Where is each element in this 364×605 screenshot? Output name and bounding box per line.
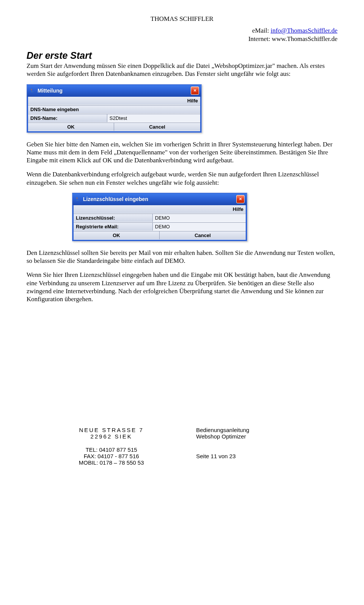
- footer-address: NEUE STRASSE 7 22962 SIEK Bedienungsanle…: [27, 427, 337, 440]
- doc-subtitle: Webshop Optimizer: [196, 433, 246, 440]
- ok-button[interactable]: OK: [74, 231, 160, 239]
- license-key-label: Lizenzschlüssel:: [74, 214, 153, 222]
- contact-block: eMail: info@ThomasSchiffler.de Internet:…: [27, 27, 337, 43]
- titlebar: Mitteilung ✕: [27, 85, 201, 97]
- ok-button[interactable]: OK: [28, 123, 114, 131]
- paragraph-license-intro: Wenn die Datenbankverbindung erfolgreich…: [27, 170, 337, 187]
- titlebar: Lizenzschlüssel eingeben ✕: [72, 193, 247, 205]
- dns-name-input[interactable]: S2Dtest: [107, 114, 200, 122]
- paragraph-license-verify: Wenn Sie hier Ihren Lizenzschlüssel eing…: [27, 271, 337, 303]
- page-number: Seite 11 von 23: [196, 453, 235, 459]
- help-menu[interactable]: Hilfe: [28, 97, 200, 105]
- doc-title: Bedienungsanleitung: [196, 427, 249, 433]
- mobil: MOBIL: 0178 – 78 550 53: [79, 459, 144, 466]
- addr-line2: 22962 SIEK: [91, 433, 132, 440]
- license-key-input[interactable]: DEMO: [153, 214, 246, 222]
- close-icon[interactable]: ✕: [191, 86, 199, 95]
- addr-line1: NEUE STRASSE 7: [79, 427, 143, 433]
- dns-name-label: DNS-Name:: [28, 114, 107, 122]
- cancel-button[interactable]: Cancel: [160, 231, 246, 239]
- close-icon[interactable]: ✕: [236, 195, 245, 203]
- internet-label: Internet: www.ThomasSchiffler.de: [248, 35, 337, 42]
- author-name: THOMAS SCHIFFLER: [27, 15, 337, 23]
- paragraph-license-demo: Den Lizenzschlüssel sollten Sie bereits …: [27, 249, 337, 265]
- footer-contact: TEL: 04107 877 515 FAX: 04107 - 877 516 …: [27, 446, 337, 466]
- email-label: eMail:: [252, 27, 271, 34]
- java-icon: [75, 196, 81, 202]
- section-heading: Der erste Start: [27, 50, 337, 61]
- java-icon: [29, 88, 35, 94]
- cancel-button[interactable]: Cancel: [114, 123, 200, 131]
- fax: FAX: 04107 - 877 516: [84, 453, 139, 459]
- help-menu[interactable]: Hilfe: [74, 205, 246, 213]
- paragraph-intro: Zum Start der Anwendung müssen Sie einen…: [27, 62, 337, 78]
- registered-email-label: Registrierte eMail:: [74, 223, 153, 231]
- dialog-heading: DNS-Name eingeben: [28, 105, 200, 113]
- email-link[interactable]: info@ThomasSchiffler.de: [271, 27, 337, 34]
- dialog-title: Lizenzschlüssel eingeben: [83, 196, 236, 202]
- dialog-title: Mitteilung: [38, 88, 191, 94]
- tel: TEL: 04107 877 515: [86, 446, 137, 453]
- registered-email-input[interactable]: DEMO: [153, 223, 246, 231]
- dialog-lizenz: Lizenzschlüssel eingeben ✕ Hilfe Lizenzs…: [72, 193, 247, 241]
- paragraph-dns-help: Geben Sie hier bitte den Namen ein, welc…: [27, 140, 337, 165]
- dialog-mitteilung: Mitteilung ✕ Hilfe DNS-Name eingeben DNS…: [27, 84, 202, 133]
